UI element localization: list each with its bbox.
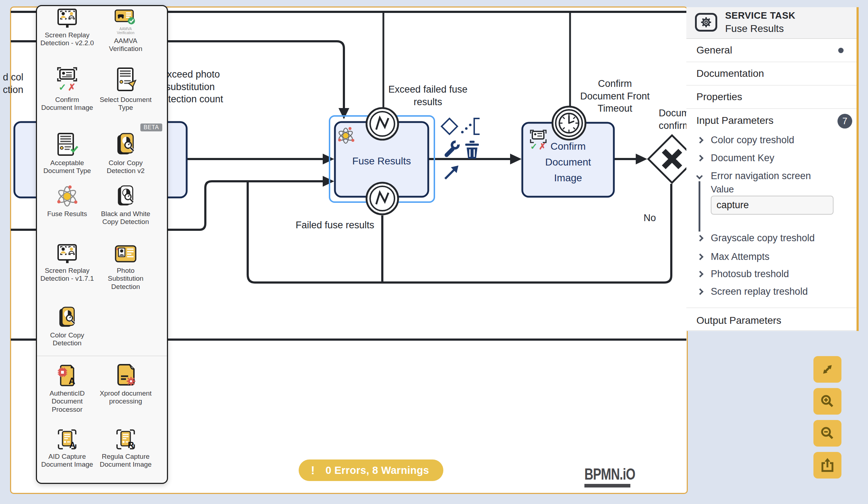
section-label: General — [696, 45, 732, 56]
palette-item-label: Screen Replay Detection - v1.7.1 — [40, 267, 94, 283]
param-label: Error navigation screen — [711, 171, 811, 182]
connect-arrow-icon[interactable] — [445, 165, 458, 179]
palette-item-label: AAMVA Verification — [98, 37, 153, 53]
flow-label-confirm-timeout[interactable]: Confirm Document Front Timeout — [561, 78, 669, 115]
palette-item-label: Xproof document processing — [98, 389, 153, 406]
expand-icon — [820, 361, 835, 377]
param-label: Photosub treshold — [711, 269, 789, 280]
zoom-in-icon — [820, 393, 835, 409]
flow-label-exceed-failed[interactable]: Exceed failed fuse results — [374, 83, 482, 108]
screen-replay-icon — [40, 244, 94, 265]
param-error-navigation-screen[interactable]: Error navigation screen — [686, 167, 844, 185]
errors-warnings-text: 0 Errors, 8 Warnings — [326, 465, 429, 476]
palette-item-bw-copy[interactable]: Black and White Copy Detection — [98, 185, 153, 226]
palette-item-select-document[interactable]: Select Document Type — [98, 66, 153, 112]
value-label: Value — [711, 184, 734, 195]
param-screen-replay-treshold[interactable]: Screen replay treshold — [686, 283, 844, 300]
properties-header: SERVICE TASK Fuse Results — [686, 7, 857, 39]
trash-icon[interactable] — [465, 141, 479, 159]
arrowhead — [510, 154, 522, 164]
palette-item-label: Select Document Type — [98, 96, 153, 112]
photo-substitution-icon — [98, 244, 153, 265]
properties-panel: SERVICE TASK Fuse Results General Docume… — [686, 7, 859, 331]
element-type-label: SERVICE TASK — [725, 10, 795, 21]
beta-badge: BETA — [140, 123, 162, 131]
svg-text:✓: ✓ — [59, 82, 66, 93]
flow-label-no[interactable]: No — [635, 212, 664, 224]
palette-item-aid-capture[interactable]: A AID Capture Document Image — [40, 428, 94, 469]
arrowhead — [339, 108, 349, 119]
palette-item-authenticid-processor[interactable]: A AuthenticID Document Processor — [40, 364, 94, 414]
param-max-attempts[interactable]: Max Attempts — [686, 248, 844, 265]
acceptable-document-icon — [40, 132, 94, 157]
export-icon — [820, 457, 835, 473]
flow-label-failed-fuse[interactable]: Failed fuse results — [281, 219, 389, 232]
palette-item-color-copy[interactable]: Color Copy Detection — [40, 306, 94, 347]
copy-detection-icon — [40, 306, 94, 329]
palette-item-label: Screen Replay Detection - v2.2.0 — [40, 31, 94, 47]
lint-status-badge[interactable]: ! 0 Errors, 8 Warnings — [299, 459, 443, 481]
palette-item-label: Photo Substitution Detection — [98, 267, 153, 291]
output-parameters-title[interactable]: Output Parameters — [696, 315, 781, 326]
bpmn-modeler-app: ✓ ✗ d col ction Exceed photo substitutio… — [0, 0, 868, 504]
section-properties[interactable]: Properties — [686, 85, 857, 109]
export-button[interactable] — [813, 452, 841, 479]
zoom-in-button[interactable] — [813, 388, 841, 415]
param-label: Document Key — [711, 153, 774, 164]
atom-icon — [40, 185, 94, 208]
palette-item-label: Fuse Results — [40, 210, 94, 218]
wrench-icon[interactable] — [447, 140, 461, 155]
clipped-label: d col ction — [3, 71, 35, 96]
param-color-copy-treshold[interactable]: Color copy treshold — [686, 131, 844, 149]
param-document-key[interactable]: Document Key — [686, 149, 844, 167]
palette-item-xproof[interactable]: Xproof document processing — [98, 364, 153, 406]
palette-divider — [37, 356, 167, 356]
logo-underline — [584, 484, 630, 487]
palette-item-screen-replay-v220[interactable]: Screen Replay Detection - v2.2.0 — [40, 8, 94, 47]
palette-item-fuse-results[interactable]: Fuse Results — [40, 185, 94, 218]
aamva-card-icon — [98, 8, 153, 26]
boundary-error-event[interactable] — [367, 183, 398, 214]
section-general[interactable]: General — [686, 39, 857, 62]
palette-item-regula-capture[interactable]: R Regula Capture Document Image — [98, 428, 153, 469]
capture-a-icon: A — [40, 428, 94, 451]
palette-item-screen-replay-v171[interactable]: Screen Replay Detection - v1.7.1 — [40, 244, 94, 283]
palette-item-confirm-document[interactable]: ✓ ✗ Confirm Document Image — [40, 66, 94, 112]
arrowhead — [636, 154, 647, 164]
section-documentation[interactable]: Documentation — [686, 62, 857, 85]
value-input[interactable] — [711, 196, 834, 215]
confirm-document-icon: ✓ ✗ — [40, 66, 94, 94]
zoom-out-icon — [820, 425, 835, 441]
palette-item-label: Color Copy Detection — [40, 331, 94, 347]
palette-item-label: Color Copy Detection v2 — [98, 159, 153, 175]
bpmn-io-logo[interactable]: BPMN.iO — [584, 465, 649, 487]
element-palette: Screen Replay Detection - v2.2.0 AAMVA V… — [36, 5, 168, 484]
param-label: Screen replay treshold — [711, 286, 808, 297]
palette-item-acceptable-document[interactable]: Acceptable Document Type — [40, 132, 94, 175]
param-grayscale-copy-treshold[interactable]: Grayscale copy treshold — [686, 229, 844, 247]
section-label: Documentation — [696, 68, 764, 79]
palette-item-label: Confirm Document Image — [40, 96, 94, 112]
input-parameters-count-badge: 7 — [837, 114, 852, 129]
gear-icon — [695, 13, 717, 32]
copy-detection-icon — [98, 132, 153, 157]
boundary-error-event[interactable] — [367, 108, 398, 140]
param-indent-guide — [699, 181, 700, 232]
task-label-fuse[interactable]: Fuse Results — [335, 153, 428, 169]
context-pad — [442, 118, 480, 179]
palette-item-aamva[interactable]: AAMVA Verification AAMVA Verification — [98, 8, 153, 53]
palette-item-color-copy-v2[interactable]: Color Copy Detection v2 — [98, 132, 153, 175]
param-label: Color copy treshold — [711, 135, 794, 146]
fit-viewport-button[interactable] — [813, 356, 841, 383]
palette-item-photo-substitution[interactable]: Photo Substitution Detection — [98, 244, 153, 291]
param-photosub-treshold[interactable]: Photosub treshold — [686, 265, 844, 283]
status-dot — [838, 48, 844, 53]
task-label-confirm[interactable]: Confirm Document Image — [522, 139, 614, 186]
param-label: Grayscale copy treshold — [711, 233, 815, 244]
zoom-out-button[interactable] — [813, 420, 841, 447]
input-parameters-title[interactable]: Input Parameters — [696, 115, 774, 126]
element-name: Fuse Results — [725, 23, 784, 34]
gateway-tool-icon[interactable] — [442, 118, 457, 134]
aamva-caption: AAMVA Verification — [98, 27, 153, 35]
annotation-tool-icon[interactable] — [474, 118, 480, 134]
